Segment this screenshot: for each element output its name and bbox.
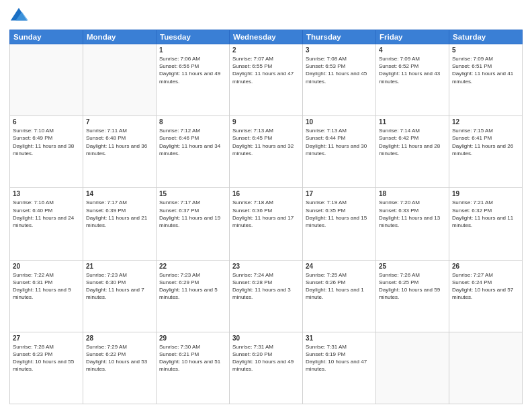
- day-number: 10: [306, 118, 373, 126]
- day-number: 14: [86, 190, 153, 197]
- calendar-cell: 5Sunrise: 7:09 AM Sunset: 6:51 PM Daylig…: [449, 44, 523, 116]
- day-number: 22: [159, 263, 226, 270]
- day-number: 5: [452, 46, 519, 54]
- cell-text: Sunrise: 7:12 AM Sunset: 6:46 PM Dayligh…: [159, 127, 226, 157]
- cell-text: Sunrise: 7:27 AM Sunset: 6:24 PM Dayligh…: [452, 271, 519, 302]
- cell-text: Sunrise: 7:20 AM Sunset: 6:33 PM Dayligh…: [379, 199, 446, 229]
- header-day-thursday: Thursday: [303, 30, 376, 44]
- day-number: 18: [379, 190, 446, 197]
- cell-text: Sunrise: 7:11 AM Sunset: 6:48 PM Dayligh…: [86, 127, 153, 157]
- calendar-cell: 28Sunrise: 7:29 AM Sunset: 6:22 PM Dayli…: [83, 332, 157, 404]
- cell-text: Sunrise: 7:10 AM Sunset: 6:49 PM Dayligh…: [13, 127, 80, 157]
- day-number: 15: [159, 190, 226, 197]
- day-number: 20: [13, 263, 80, 270]
- day-number: 31: [306, 334, 373, 342]
- cell-text: Sunrise: 7:24 AM Sunset: 6:28 PM Dayligh…: [232, 271, 300, 302]
- calendar-cell: 4Sunrise: 7:09 AM Sunset: 6:52 PM Daylig…: [376, 44, 449, 116]
- logo-icon: [9, 7, 28, 26]
- cell-text: Sunrise: 7:18 AM Sunset: 6:36 PM Dayligh…: [232, 199, 300, 229]
- calendar-cell: 20Sunrise: 7:22 AM Sunset: 6:31 PM Dayli…: [10, 260, 83, 332]
- calendar-cell: 6Sunrise: 7:10 AM Sunset: 6:49 PM Daylig…: [10, 116, 83, 188]
- day-number: 28: [86, 334, 153, 342]
- header-day-friday: Friday: [376, 30, 449, 44]
- calendar-cell: 22Sunrise: 7:23 AM Sunset: 6:29 PM Dayli…: [157, 260, 230, 332]
- cell-text: Sunrise: 7:09 AM Sunset: 6:52 PM Dayligh…: [379, 55, 446, 85]
- calendar-body: 1Sunrise: 7:06 AM Sunset: 6:56 PM Daylig…: [10, 44, 523, 404]
- calendar-cell: 8Sunrise: 7:12 AM Sunset: 6:46 PM Daylig…: [157, 116, 230, 188]
- cell-text: Sunrise: 7:31 AM Sunset: 6:20 PM Dayligh…: [232, 343, 300, 373]
- calendar-cell: 10Sunrise: 7:13 AM Sunset: 6:44 PM Dayli…: [303, 116, 376, 188]
- cell-text: Sunrise: 7:17 AM Sunset: 6:37 PM Dayligh…: [159, 199, 226, 229]
- day-number: 21: [86, 263, 153, 270]
- day-number: 23: [232, 263, 300, 270]
- day-number: 4: [379, 46, 446, 54]
- calendar-cell: [449, 332, 523, 404]
- cell-text: Sunrise: 7:08 AM Sunset: 6:53 PM Dayligh…: [306, 55, 373, 85]
- cell-text: Sunrise: 7:13 AM Sunset: 6:45 PM Dayligh…: [232, 127, 300, 157]
- calendar-cell: 14Sunrise: 7:17 AM Sunset: 6:39 PM Dayli…: [83, 188, 157, 260]
- header-day-tuesday: Tuesday: [157, 30, 230, 44]
- day-number: 13: [13, 190, 80, 197]
- week-row-1: 1Sunrise: 7:06 AM Sunset: 6:56 PM Daylig…: [10, 44, 523, 116]
- cell-text: Sunrise: 7:19 AM Sunset: 6:35 PM Dayligh…: [306, 199, 373, 229]
- calendar-cell: 31Sunrise: 7:31 AM Sunset: 6:19 PM Dayli…: [303, 332, 376, 404]
- cell-text: Sunrise: 7:26 AM Sunset: 6:25 PM Dayligh…: [379, 271, 446, 302]
- calendar-cell: [10, 44, 83, 116]
- day-number: 12: [452, 118, 519, 126]
- day-number: 11: [379, 118, 446, 126]
- week-row-2: 6Sunrise: 7:10 AM Sunset: 6:49 PM Daylig…: [10, 116, 523, 188]
- week-row-5: 27Sunrise: 7:28 AM Sunset: 6:23 PM Dayli…: [10, 332, 523, 404]
- day-number: 8: [159, 118, 226, 126]
- day-number: 3: [306, 46, 373, 54]
- day-number: 9: [232, 118, 300, 126]
- calendar-cell: [83, 44, 157, 116]
- day-number: 1: [159, 46, 226, 54]
- day-number: 16: [232, 190, 300, 197]
- logo: [9, 7, 31, 26]
- day-number: 26: [452, 263, 519, 270]
- header-row: SundayMondayTuesdayWednesdayThursdayFrid…: [10, 30, 523, 44]
- calendar-cell: 3Sunrise: 7:08 AM Sunset: 6:53 PM Daylig…: [303, 44, 376, 116]
- cell-text: Sunrise: 7:23 AM Sunset: 6:30 PM Dayligh…: [86, 271, 153, 302]
- day-number: 24: [306, 263, 373, 270]
- header-day-wednesday: Wednesday: [230, 30, 303, 44]
- calendar-cell: 30Sunrise: 7:31 AM Sunset: 6:20 PM Dayli…: [230, 332, 303, 404]
- day-number: 7: [86, 118, 153, 126]
- calendar-cell: 7Sunrise: 7:11 AM Sunset: 6:48 PM Daylig…: [83, 116, 157, 188]
- calendar-cell: 1Sunrise: 7:06 AM Sunset: 6:56 PM Daylig…: [157, 44, 230, 116]
- day-number: 30: [232, 334, 300, 342]
- calendar-cell: 18Sunrise: 7:20 AM Sunset: 6:33 PM Dayli…: [376, 188, 449, 260]
- calendar-header: SundayMondayTuesdayWednesdayThursdayFrid…: [10, 30, 523, 44]
- page: SundayMondayTuesdayWednesdayThursdayFrid…: [0, 0, 532, 411]
- header-day-monday: Monday: [83, 30, 157, 44]
- day-number: 6: [13, 118, 80, 126]
- header: [9, 7, 523, 26]
- cell-text: Sunrise: 7:30 AM Sunset: 6:21 PM Dayligh…: [159, 343, 226, 373]
- calendar-cell: 16Sunrise: 7:18 AM Sunset: 6:36 PM Dayli…: [230, 188, 303, 260]
- header-day-sunday: Sunday: [10, 30, 83, 44]
- calendar-cell: 27Sunrise: 7:28 AM Sunset: 6:23 PM Dayli…: [10, 332, 83, 404]
- calendar-cell: 9Sunrise: 7:13 AM Sunset: 6:45 PM Daylig…: [230, 116, 303, 188]
- cell-text: Sunrise: 7:29 AM Sunset: 6:22 PM Dayligh…: [86, 343, 153, 373]
- cell-text: Sunrise: 7:31 AM Sunset: 6:19 PM Dayligh…: [306, 343, 373, 373]
- header-day-saturday: Saturday: [449, 30, 523, 44]
- calendar-cell: 12Sunrise: 7:15 AM Sunset: 6:41 PM Dayli…: [449, 116, 523, 188]
- calendar-cell: 26Sunrise: 7:27 AM Sunset: 6:24 PM Dayli…: [449, 260, 523, 332]
- calendar-cell: 15Sunrise: 7:17 AM Sunset: 6:37 PM Dayli…: [157, 188, 230, 260]
- day-number: 25: [379, 263, 446, 270]
- calendar-cell: 17Sunrise: 7:19 AM Sunset: 6:35 PM Dayli…: [303, 188, 376, 260]
- calendar-cell: 29Sunrise: 7:30 AM Sunset: 6:21 PM Dayli…: [157, 332, 230, 404]
- calendar-cell: 23Sunrise: 7:24 AM Sunset: 6:28 PM Dayli…: [230, 260, 303, 332]
- day-number: 17: [306, 190, 373, 197]
- cell-text: Sunrise: 7:22 AM Sunset: 6:31 PM Dayligh…: [13, 271, 80, 302]
- cell-text: Sunrise: 7:23 AM Sunset: 6:29 PM Dayligh…: [159, 271, 226, 302]
- week-row-3: 13Sunrise: 7:16 AM Sunset: 6:40 PM Dayli…: [10, 188, 523, 260]
- week-row-4: 20Sunrise: 7:22 AM Sunset: 6:31 PM Dayli…: [10, 260, 523, 332]
- calendar-cell: 25Sunrise: 7:26 AM Sunset: 6:25 PM Dayli…: [376, 260, 449, 332]
- cell-text: Sunrise: 7:15 AM Sunset: 6:41 PM Dayligh…: [452, 127, 519, 157]
- cell-text: Sunrise: 7:28 AM Sunset: 6:23 PM Dayligh…: [13, 343, 80, 373]
- cell-text: Sunrise: 7:21 AM Sunset: 6:32 PM Dayligh…: [452, 199, 519, 229]
- calendar-cell: 21Sunrise: 7:23 AM Sunset: 6:30 PM Dayli…: [83, 260, 157, 332]
- calendar-cell: 19Sunrise: 7:21 AM Sunset: 6:32 PM Dayli…: [449, 188, 523, 260]
- calendar-cell: [376, 332, 449, 404]
